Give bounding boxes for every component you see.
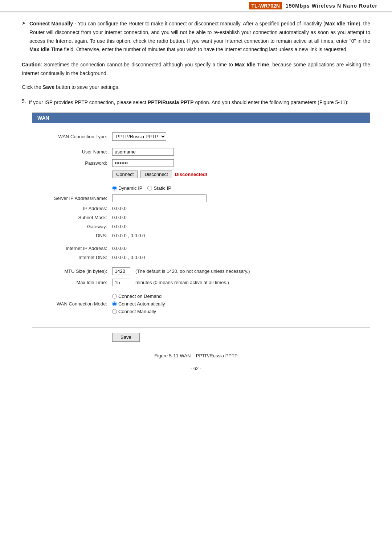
numbered-text-1: If your ISP provides PPTP connection, pl… bbox=[29, 99, 148, 105]
dynamic-ip-radio-label[interactable]: Dynamic IP bbox=[112, 185, 142, 191]
ip-type-radios: Dynamic IP Static IP bbox=[112, 185, 363, 191]
dns-text: 0.0.0.0 , 0.0.0.0 bbox=[112, 233, 145, 238]
dns-label: DNS: bbox=[40, 233, 112, 238]
server-ip-value bbox=[112, 194, 363, 202]
wan-header: WAN bbox=[32, 113, 370, 123]
password-row: Password: bbox=[40, 159, 363, 167]
main-content: ➤ Connect Manually - You can configure t… bbox=[0, 12, 392, 382]
header-title: 150Mbps Wireless N Nano Router bbox=[286, 3, 377, 9]
mode-option-2: Connect Automatically bbox=[118, 301, 165, 307]
max-idle-value: minutes (0 means remain active at all ti… bbox=[112, 279, 363, 286]
password-label: Password: bbox=[40, 160, 112, 166]
internet-dns-label: Internet DNS: bbox=[40, 255, 112, 260]
ip-address-value: 0.0.0.0 bbox=[112, 206, 363, 211]
mtu-row: MTU Size (in bytes): (The default is 142… bbox=[40, 267, 363, 275]
numbered-item-5: 5. If your ISP provides PPTP connection,… bbox=[22, 98, 370, 107]
subnet-mask-label: Subnet Mask: bbox=[40, 215, 112, 220]
page-header: TL-WR702N 150Mbps Wireless N Nano Router bbox=[0, 0, 392, 12]
wan-mode-label: WAN Connection Mode: bbox=[40, 301, 112, 307]
wan-body: WAN Connection Type: PPTP/Russia PPTP Us… bbox=[32, 123, 370, 327]
server-ip-input[interactable] bbox=[112, 194, 207, 202]
internet-dns-value: 0.0.0.0 , 0.0.0.0 bbox=[112, 255, 363, 260]
max-idle-time-label-1: Max Idle Time bbox=[325, 21, 359, 26]
caution-section: Caution: Sometimes the connection cannot… bbox=[22, 61, 370, 78]
password-input[interactable] bbox=[112, 159, 174, 167]
caution-text-1: : Sometimes the connection cannot be dis… bbox=[41, 62, 235, 67]
save-note: Click the Save button to save your setti… bbox=[22, 83, 370, 92]
mtu-note: (The default is 1420, do not change unle… bbox=[135, 268, 250, 274]
wan-connection-type-value: PPTP/Russia PPTP bbox=[112, 132, 363, 141]
bullet-text-3: field. Otherwise, enter the number of mi… bbox=[63, 46, 348, 52]
wan-connection-type-label: WAN Connection Type: bbox=[40, 134, 112, 139]
user-name-label: User Name: bbox=[40, 149, 112, 155]
max-idle-label-caution: Max Idle Time bbox=[235, 62, 269, 67]
server-ip-label: Server IP Address/Name: bbox=[40, 196, 112, 201]
mode-connect-on-demand-radio[interactable] bbox=[112, 294, 117, 299]
internet-ip-row: Internet IP Address: 0.0.0.0 bbox=[40, 246, 363, 251]
model-label: TL-WR702N bbox=[249, 2, 282, 9]
subnet-mask-row: Subnet Mask: 0.0.0.0 bbox=[40, 215, 363, 220]
max-idle-input[interactable] bbox=[112, 279, 130, 286]
dynamic-ip-radio[interactable] bbox=[112, 186, 117, 190]
pptp-label: PPTP/Russia PPTP bbox=[148, 99, 194, 105]
wan-mode-row: WAN Connection Mode: Connect on Demand C… bbox=[40, 294, 363, 314]
ip-type-radio-group: Dynamic IP Static IP bbox=[112, 185, 171, 191]
save-note-label: Save bbox=[43, 84, 55, 90]
gateway-value: 0.0.0.0 bbox=[112, 224, 363, 229]
static-ip-radio-label[interactable]: Static IP bbox=[147, 185, 171, 191]
page-container: TL-WR702N 150Mbps Wireless N Nano Router… bbox=[0, 0, 392, 554]
ip-type-row: Dynamic IP Static IP bbox=[40, 185, 363, 191]
user-name-value bbox=[112, 148, 363, 156]
mode-connect-automatically-label[interactable]: Connect Automatically bbox=[112, 301, 165, 307]
mtu-label: MTU Size (in bytes): bbox=[40, 268, 112, 274]
server-ip-row: Server IP Address/Name: bbox=[40, 194, 363, 202]
user-name-input[interactable] bbox=[112, 148, 174, 156]
wan-mode-value: Connect on Demand Connect Automatically … bbox=[112, 294, 363, 314]
mtu-value: (The default is 1420, do not change unle… bbox=[112, 267, 363, 275]
disconnected-status: Disconnected! bbox=[175, 172, 208, 177]
internet-dns-row: Internet DNS: 0.0.0.0 , 0.0.0.0 bbox=[40, 255, 363, 260]
page-number: - 62 - bbox=[22, 366, 370, 371]
mtu-input[interactable] bbox=[112, 267, 130, 275]
caution-label: Caution bbox=[22, 62, 41, 67]
wan-connection-type-row: WAN Connection Type: PPTP/Russia PPTP bbox=[40, 132, 363, 141]
bullet-paragraph: Connect Manually - You can configure the… bbox=[29, 20, 370, 54]
user-name-row: User Name: bbox=[40, 148, 363, 156]
connect-buttons-row: Connect Disconnect Disconnected! bbox=[40, 171, 363, 178]
subnet-mask-value: 0.0.0.0 bbox=[112, 215, 363, 220]
figure-caption: Figure 5-11 WAN – PPTP/Russia PPTP bbox=[22, 353, 370, 358]
dns-value: 0.0.0.0 , 0.0.0.0 bbox=[112, 233, 363, 238]
ip-address-text: 0.0.0.0 bbox=[112, 206, 127, 211]
ip-address-row: IP Address: 0.0.0.0 bbox=[40, 206, 363, 211]
max-idle-time-label-2: Max Idle Time bbox=[29, 46, 63, 52]
numbered-text: If your ISP provides PPTP connection, pl… bbox=[29, 98, 348, 107]
max-idle-label: Max Idle Time: bbox=[40, 280, 112, 285]
internet-ip-value: 0.0.0.0 bbox=[112, 246, 363, 251]
internet-ip-label: Internet IP Address: bbox=[40, 246, 112, 251]
gateway-row: Gateway: 0.0.0.0 bbox=[40, 224, 363, 229]
mode-connect-automatically-radio[interactable] bbox=[112, 301, 117, 306]
mode-connect-manually-label[interactable]: Connect Manually bbox=[112, 309, 156, 314]
save-button[interactable]: Save bbox=[112, 333, 140, 342]
mode-connect-on-demand-label[interactable]: Connect on Demand bbox=[112, 294, 162, 299]
wan-connection-type-select[interactable]: PPTP/Russia PPTP bbox=[112, 132, 166, 141]
disconnect-button[interactable]: Disconnect bbox=[140, 171, 172, 178]
connect-button[interactable]: Connect bbox=[112, 171, 138, 178]
max-idle-row: Max Idle Time: minutes (0 means remain a… bbox=[40, 279, 363, 286]
ip-address-label: IP Address: bbox=[40, 206, 112, 211]
static-ip-radio[interactable] bbox=[147, 186, 152, 190]
bullet-arrow-icon: ➤ bbox=[22, 20, 26, 26]
numbered-text-2: option. And you should enter the followi… bbox=[194, 99, 348, 105]
password-value bbox=[112, 159, 363, 167]
save-note-text1: Click the bbox=[22, 84, 43, 90]
internet-ip-text: 0.0.0.0 bbox=[112, 246, 127, 251]
item-number: 5. bbox=[22, 98, 26, 104]
wan-footer: Save bbox=[32, 327, 370, 347]
connect-manually-label: Connect Manually bbox=[29, 21, 73, 26]
mode-option-3: Connect Manually bbox=[118, 309, 156, 314]
dns-row: DNS: 0.0.0.0 , 0.0.0.0 bbox=[40, 233, 363, 238]
mode-connect-manually-radio[interactable] bbox=[112, 309, 117, 314]
internet-dns-text: 0.0.0.0 , 0.0.0.0 bbox=[112, 255, 145, 260]
gateway-label: Gateway: bbox=[40, 224, 112, 229]
dynamic-ip-label: Dynamic IP bbox=[118, 185, 142, 191]
